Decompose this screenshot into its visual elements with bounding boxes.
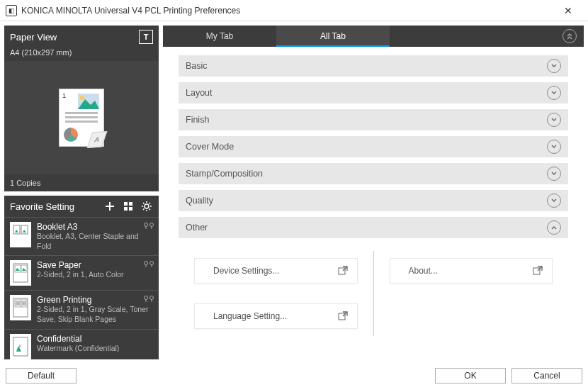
paper-view-header: Paper View T: [4, 26, 159, 48]
favorite-name: Green Printing: [37, 295, 153, 305]
chevron-up-icon: [547, 220, 561, 235]
window-titlebar: ◧ KONICA MINOLTA Universal V4 PCL Printi…: [0, 0, 588, 21]
tab-all-tab[interactable]: All Tab: [276, 26, 390, 47]
svg-point-26: [145, 296, 148, 300]
section-stamp-composition[interactable]: Stamp/Composition: [179, 163, 568, 184]
apply-icon: [143, 295, 154, 303]
favorite-thumb-icon: [10, 222, 31, 247]
ok-button[interactable]: OK: [435, 368, 506, 383]
page-number-icon: 1: [62, 92, 71, 99]
favorite-desc: Watermark (Confidential): [37, 344, 153, 354]
paper-view-title: Paper View: [10, 32, 139, 43]
chevron-down-icon: [547, 86, 561, 100]
section-other-body: Device Settings... Language Setting... A…: [179, 244, 568, 336]
section-quality[interactable]: Quality: [179, 190, 568, 211]
svg-rect-32: [339, 313, 345, 320]
svg-point-2: [80, 96, 84, 100]
favorite-desc: 2-Sided, 2 in 1, Gray Scale, Toner Save,…: [37, 305, 153, 324]
device-settings-link[interactable]: Device Settings...: [194, 258, 358, 284]
favorite-name: Booklet A3: [37, 222, 153, 232]
chevron-down-icon: [547, 140, 561, 154]
section-other[interactable]: Other: [179, 217, 568, 238]
chevron-down-icon: [547, 59, 561, 73]
section-layout[interactable]: Layout: [179, 82, 568, 103]
main-area: Paper View T A4 (210x297 mm) 1 A 1 Copie…: [0, 21, 588, 364]
favorite-item[interactable]: Save Paper 2-Sided, 2 in 1, Auto Color: [4, 255, 159, 290]
favorite-thumb-icon: [10, 295, 31, 320]
right-pane: My Tab All Tab Basic Layout Finish: [163, 26, 584, 359]
about-label: About...: [399, 266, 533, 276]
favorite-text: Green Printing 2-Sided, 2 in 1, Gray Sca…: [37, 295, 153, 324]
collapse-all-button[interactable]: [555, 26, 584, 47]
section-label: Finish: [186, 115, 547, 125]
tab-my-tab[interactable]: My Tab: [163, 26, 276, 47]
external-link-icon: [337, 310, 349, 322]
apply-icon: [143, 222, 154, 230]
page-fold-icon: A: [87, 131, 108, 148]
device-settings-label: Device Settings...: [203, 266, 337, 276]
favorite-text: Confidential Watermark (Confidential): [37, 334, 153, 359]
section-label: Quality: [186, 196, 547, 206]
paper-view-panel: Paper View T A4 (210x297 mm) 1 A 1 Copie…: [4, 26, 159, 191]
section-finish[interactable]: Finish: [179, 109, 568, 130]
default-button[interactable]: Default: [6, 368, 77, 383]
chevron-down-icon: [547, 194, 561, 208]
favorite-list: Booklet A3 Booklet, A3, Center Staple an…: [4, 217, 159, 359]
svg-rect-6: [129, 207, 132, 211]
svg-point-27: [150, 296, 154, 300]
section-cover-mode[interactable]: Cover Mode: [179, 136, 568, 157]
favorite-thumb-icon: A: [10, 334, 31, 359]
copies-label: 1 Copies: [4, 174, 159, 191]
favorite-item[interactable]: A Confidential Watermark (Confidential): [4, 329, 159, 359]
favorite-item[interactable]: Booklet A3 Booklet, A3, Center Staple an…: [4, 217, 159, 255]
apply-icon: [143, 260, 154, 269]
favorite-header: Favorite Setting: [4, 196, 159, 217]
chevron-down-icon: [547, 113, 561, 127]
grid-icon: [123, 201, 133, 211]
other-right-column: About...: [374, 251, 569, 336]
favorite-item[interactable]: Green Printing 2-Sided, 2 in 1, Gray Sca…: [4, 290, 159, 328]
window-title: KONICA MINOLTA Universal V4 PCL Printing…: [21, 6, 554, 16]
svg-point-12: [145, 223, 148, 227]
section-basic[interactable]: Basic: [179, 55, 568, 77]
favorite-title: Favorite Setting: [10, 201, 98, 212]
favorite-desc: Booklet, A3, Center Staple and Fold: [37, 232, 153, 251]
svg-rect-3: [124, 202, 128, 206]
tab-bar: My Tab All Tab: [163, 26, 584, 47]
favorite-setting-panel: Favorite Setting Booklet A3 Booklet, A3,…: [4, 196, 159, 359]
pie-chart-icon: [64, 128, 78, 142]
paper-size-label: A4 (210x297 mm): [4, 48, 159, 61]
svg-rect-9: [21, 225, 28, 234]
plus-icon: [105, 201, 115, 211]
language-setting-link[interactable]: Language Setting...: [194, 303, 358, 329]
svg-point-20: [150, 262, 154, 265]
favorite-text: Booklet A3 Booklet, A3, Center Staple an…: [37, 222, 153, 251]
paper-view-toggle[interactable]: T: [139, 30, 153, 44]
close-button[interactable]: ✕: [554, 5, 582, 16]
left-column: Paper View T A4 (210x297 mm) 1 A 1 Copie…: [4, 26, 159, 359]
cancel-button[interactable]: Cancel: [511, 368, 582, 383]
favorite-add-button[interactable]: [103, 200, 116, 213]
section-label: Layout: [186, 88, 547, 98]
text-lines-icon: [65, 112, 98, 125]
svg-rect-8: [13, 225, 20, 234]
section-label: Basic: [186, 61, 547, 71]
sections-container: Basic Layout Finish Cover Mode Stamp/Com…: [163, 47, 584, 359]
favorite-name: Confidential: [37, 334, 153, 344]
about-link[interactable]: About...: [390, 258, 553, 284]
bottom-bar: Default OK Cancel: [0, 364, 588, 388]
double-chevron-up-icon: [562, 29, 577, 43]
favorite-desc: 2-Sided, 2 in 1, Auto Color: [37, 270, 153, 280]
external-link-icon: [532, 265, 543, 276]
external-link-icon: [337, 265, 349, 276]
gear-icon: [141, 201, 152, 212]
svg-rect-25: [22, 301, 26, 306]
sample-image-icon: [78, 94, 99, 109]
favorite-grid-button[interactable]: [122, 200, 135, 213]
favorite-text: Save Paper 2-Sided, 2 in 1, Auto Color: [37, 260, 153, 286]
section-label: Cover Mode: [186, 142, 547, 152]
section-label: Other: [186, 223, 547, 233]
svg-rect-5: [124, 207, 128, 211]
favorite-settings-button[interactable]: [140, 200, 153, 213]
tab-spacer: [390, 26, 555, 47]
